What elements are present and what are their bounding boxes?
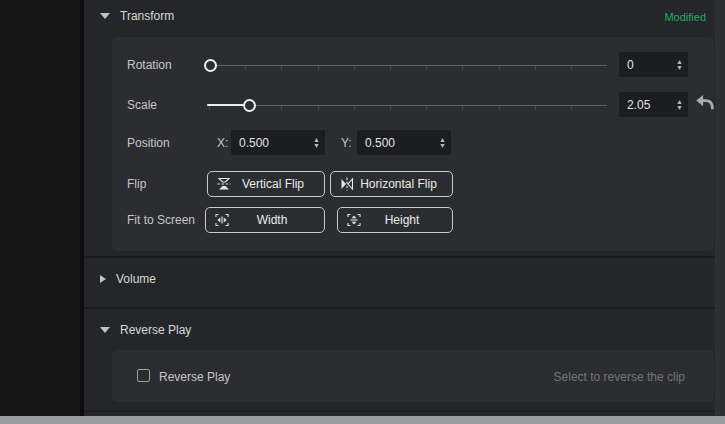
rotation-spinner[interactable]: ▲▼ xyxy=(671,59,688,71)
fit-width-button[interactable]: Width xyxy=(205,207,325,233)
rotation-slider-handle[interactable] xyxy=(204,59,217,72)
scale-value-input[interactable]: 2.05 ▲▼ xyxy=(619,92,688,117)
reverse-play-checkbox-label: Reverse Play xyxy=(159,370,230,384)
reset-scale-button[interactable] xyxy=(694,94,716,114)
rotation-label: Rotation xyxy=(127,58,172,72)
fit-height-button-label: Height xyxy=(362,213,446,227)
horizontal-flip-button-label: Horizontal Flip xyxy=(355,177,446,191)
spinner-down-icon[interactable]: ▼ xyxy=(676,105,683,111)
scale-slider[interactable] xyxy=(207,97,607,113)
scale-slider-track[interactable] xyxy=(207,105,607,106)
fit-to-screen-label: Fit to Screen xyxy=(127,213,195,227)
position-y-value: 0.500 xyxy=(357,136,434,150)
scale-row: Scale 2.05 ▲▼ xyxy=(112,92,714,118)
scrollbar-track[interactable] xyxy=(715,0,725,416)
transform-content-panel: Rotation 0 ▲▼ Scale 2.05 ▲▼ xyxy=(112,37,714,251)
section-header-reverse-play[interactable]: Reverse Play xyxy=(100,323,191,337)
reverse-play-checkbox[interactable] xyxy=(137,369,150,382)
modified-status-badge: Modified xyxy=(664,11,706,23)
fit-height-button[interactable]: Height xyxy=(337,207,453,233)
section-divider xyxy=(84,307,715,309)
chevron-down-icon xyxy=(100,13,110,19)
section-header-transform[interactable]: Transform xyxy=(100,9,174,23)
reverse-play-hint: Select to reverse the clip xyxy=(554,370,685,384)
chevron-down-icon xyxy=(100,327,110,333)
reverse-play-content-panel: Reverse Play Select to reverse the clip xyxy=(112,350,714,402)
vertical-flip-button-label: Vertical Flip xyxy=(232,177,318,191)
undo-icon xyxy=(695,94,715,112)
section-divider xyxy=(84,256,715,258)
fit-width-icon xyxy=(214,212,230,228)
position-y-input[interactable]: 0.500 ▲▼ xyxy=(357,130,451,155)
fit-to-screen-row: Fit to Screen Width Height xyxy=(112,207,714,233)
horizontal-flip-icon xyxy=(339,176,355,192)
rotation-value: 0 xyxy=(619,58,671,72)
section-title-volume: Volume xyxy=(116,272,156,286)
position-x-value: 0.500 xyxy=(231,136,308,150)
position-x-spinner[interactable]: ▲▼ xyxy=(308,137,325,149)
fit-width-button-label: Width xyxy=(230,213,318,227)
fit-height-icon xyxy=(346,212,362,228)
flip-label: Flip xyxy=(127,177,146,191)
spinner-down-icon[interactable]: ▼ xyxy=(676,65,683,71)
chevron-right-icon xyxy=(100,275,106,283)
rotation-slider[interactable] xyxy=(207,57,607,73)
position-label: Position xyxy=(127,136,170,150)
reverse-play-row: Reverse Play Select to reverse the clip xyxy=(112,369,714,384)
scale-label: Scale xyxy=(127,98,157,112)
section-title-reverse-play: Reverse Play xyxy=(120,323,191,337)
scale-slider-handle[interactable] xyxy=(243,99,256,112)
position-row: Position X: 0.500 ▲▼ Y: 0.500 ▲▼ xyxy=(112,130,714,156)
vertical-flip-icon xyxy=(216,176,232,192)
left-rail xyxy=(0,0,84,424)
vertical-flip-button[interactable]: Vertical Flip xyxy=(207,171,325,197)
spinner-down-icon[interactable]: ▼ xyxy=(313,143,320,149)
section-header-volume[interactable]: Volume xyxy=(100,272,156,286)
horizontal-flip-button[interactable]: Horizontal Flip xyxy=(330,171,453,197)
spinner-down-icon[interactable]: ▼ xyxy=(439,143,446,149)
scale-slider-ticks xyxy=(209,106,605,110)
rotation-row: Rotation 0 ▲▼ xyxy=(112,52,714,78)
position-x-label: X: xyxy=(217,136,228,150)
flip-row: Flip Vertical Flip Horizontal Flip xyxy=(112,171,714,197)
clip-properties-window: Transform Modified Rotation 0 ▲▼ Scale xyxy=(0,0,725,424)
position-x-input[interactable]: 0.500 ▲▼ xyxy=(231,130,325,155)
scale-spinner[interactable]: ▲▼ xyxy=(671,99,688,111)
rotation-slider-ticks xyxy=(209,66,605,70)
section-divider xyxy=(84,410,715,412)
bottom-scrollbar[interactable] xyxy=(0,416,725,424)
scale-value: 2.05 xyxy=(619,98,671,112)
section-title-transform: Transform xyxy=(120,9,174,23)
position-y-label: Y: xyxy=(341,136,352,150)
position-y-spinner[interactable]: ▲▼ xyxy=(434,137,451,149)
rotation-value-input[interactable]: 0 ▲▼ xyxy=(619,52,688,77)
rotation-slider-track[interactable] xyxy=(207,65,607,66)
